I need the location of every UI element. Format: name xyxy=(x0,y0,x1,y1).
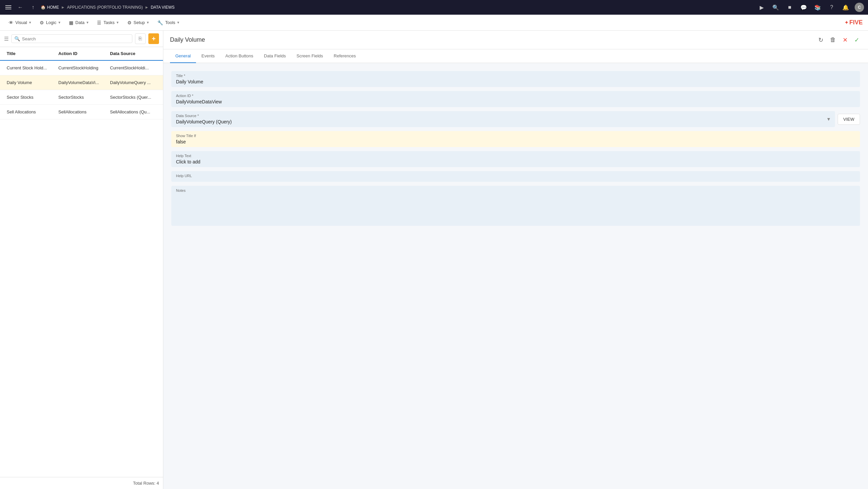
data-table: Title Action ID Data Source Current Stoc… xyxy=(0,47,163,477)
filter-icon[interactable]: ☰ xyxy=(4,36,9,42)
setup-menu[interactable]: ⚙ Setup ▼ xyxy=(124,18,153,27)
back-button[interactable]: ← xyxy=(16,2,25,12)
secondary-nav-left: 👁 Visual ▼ ⚙ Logic ▼ ▦ Data ▼ ☰ Tasks ▼ … xyxy=(5,18,183,27)
data-source-value: DailyVolumeQuery (Query) xyxy=(176,119,823,124)
help-button[interactable]: ? xyxy=(827,2,837,12)
hamburger-menu[interactable] xyxy=(4,4,13,11)
search-icon: 🔍 xyxy=(14,36,20,41)
add-button[interactable]: + xyxy=(148,33,159,44)
tasks-icon: ☰ xyxy=(97,20,101,25)
tab-action-buttons[interactable]: Action Buttons xyxy=(220,49,259,63)
row-0-action-id: CurrentStockHolding xyxy=(56,61,107,75)
up-button[interactable]: ↑ xyxy=(28,2,38,12)
title-value: Daily Volume xyxy=(176,79,855,84)
help-url-field[interactable]: Help URL xyxy=(171,171,860,182)
breadcrumb-sep-2: ► xyxy=(145,5,149,10)
book-button[interactable]: 📚 xyxy=(813,2,823,12)
table-row[interactable]: Sector Stocks SectorStocks SectorStocks … xyxy=(0,90,163,105)
logic-menu[interactable]: ⚙ Logic ▼ xyxy=(36,18,64,27)
tab-events[interactable]: Events xyxy=(196,49,220,63)
right-panel: Daily Volume ↻ 🗑 ✕ ✓ General Events Acti… xyxy=(163,31,868,489)
home-breadcrumb[interactable]: 🏠 HOME xyxy=(41,5,59,10)
logic-icon: ⚙ xyxy=(40,20,44,25)
tabs: General Events Action Buttons Data Field… xyxy=(163,49,868,63)
search-input[interactable] xyxy=(22,36,129,41)
tasks-menu[interactable]: ☰ Tasks ▼ xyxy=(94,18,122,27)
search-nav-button[interactable]: 🔍 xyxy=(771,2,781,12)
eye-icon: 👁 xyxy=(9,20,13,25)
row-3-data-source: SellAllocations (Qu... xyxy=(107,105,159,119)
delete-action-button[interactable]: 🗑 xyxy=(828,34,838,46)
breadcrumb-dataviews[interactable]: DATA VIEWS xyxy=(151,5,175,10)
tools-caret: ▼ xyxy=(177,21,180,24)
title-label: Title * xyxy=(176,74,855,78)
visual-menu[interactable]: 👁 Visual ▼ xyxy=(5,18,35,27)
table-row[interactable]: Current Stock Hold... CurrentStockHoldin… xyxy=(0,61,163,76)
dropdown-caret-icon: ▼ xyxy=(826,116,831,122)
notification-button[interactable]: 🔔 xyxy=(841,2,851,12)
data-source-dropdown[interactable]: Data Source * DailyVolumeQuery (Query) xyxy=(171,111,835,127)
notes-label: Notes xyxy=(176,189,855,193)
tools-menu[interactable]: 🔧 Tools ▼ xyxy=(154,18,183,27)
confirm-action-button[interactable]: ✓ xyxy=(852,34,861,46)
breadcrumb: 🏠 HOME ► APPLICATIONS (PORTFOLIO TRAININ… xyxy=(41,5,175,10)
show-title-if-field[interactable]: Show Title If false xyxy=(171,131,860,147)
play-button[interactable]: ▶ xyxy=(757,2,767,12)
col-header-data-source: Data Source xyxy=(107,47,159,60)
tab-data-fields[interactable]: Data Fields xyxy=(259,49,291,63)
notes-field[interactable]: Notes xyxy=(171,186,860,226)
five-logo: ✦ FIVE xyxy=(844,19,863,26)
tab-screen-fields[interactable]: Screen Fields xyxy=(291,49,328,63)
col-header-action-id: Action ID xyxy=(56,47,107,60)
tools-icon: 🔧 xyxy=(157,20,163,25)
data-menu[interactable]: ▦ Data ▼ xyxy=(66,18,92,27)
top-nav-left: ← ↑ 🏠 HOME ► APPLICATIONS (PORTFOLIO TRA… xyxy=(4,2,175,12)
action-id-field[interactable]: Action ID * DailyVolumeDataView xyxy=(171,91,860,107)
row-0-title: Current Stock Hold... xyxy=(4,61,56,75)
close-action-button[interactable]: ✕ xyxy=(841,34,850,46)
logic-caret: ▼ xyxy=(58,21,61,24)
stop-button[interactable]: ■ xyxy=(785,2,795,12)
action-id-value: DailyVolumeDataView xyxy=(176,99,855,105)
panel-actions: ↻ 🗑 ✕ ✓ xyxy=(816,34,861,46)
col-header-title: Title xyxy=(4,47,56,60)
avatar[interactable]: C xyxy=(855,3,864,12)
show-title-if-value: false xyxy=(176,139,855,144)
back-action-button[interactable]: ↻ xyxy=(816,34,825,46)
top-nav-right: ▶ 🔍 ■ 💬 📚 ? 🔔 C xyxy=(757,2,864,12)
setup-icon: ⚙ xyxy=(127,20,132,25)
row-0-data-source: CurrentStockHoldi... xyxy=(107,61,159,75)
panel-header: Daily Volume ↻ 🗑 ✕ ✓ xyxy=(163,31,868,49)
title-field[interactable]: Title * Daily Volume xyxy=(171,71,860,87)
data-source-row: Data Source * DailyVolumeQuery (Query) ▼… xyxy=(171,111,860,127)
table-footer: Total Rows: 4 xyxy=(0,477,163,489)
tab-references[interactable]: References xyxy=(328,49,361,63)
row-2-title: Sector Stocks xyxy=(4,90,56,105)
tab-general[interactable]: General xyxy=(170,49,196,63)
chat-button[interactable]: 💬 xyxy=(799,2,809,12)
view-button[interactable]: VIEW xyxy=(838,114,860,125)
five-logo-text: FIVE xyxy=(849,19,863,26)
row-3-action-id: SellAllocations xyxy=(56,105,107,119)
help-text-value: Click to add xyxy=(176,159,855,165)
row-2-data-source: SectorStocks (Quer... xyxy=(107,90,159,105)
help-text-field[interactable]: Help Text Click to add xyxy=(171,151,860,167)
copy-button[interactable]: ⎘ xyxy=(135,33,146,44)
table-row[interactable]: Daily Volume DailyVolumeDataVi... DailyV… xyxy=(0,76,163,90)
row-3-title: Sell Allocations xyxy=(4,105,56,119)
breadcrumb-applications[interactable]: APPLICATIONS (PORTFOLIO TRAINING) xyxy=(67,5,143,10)
table-row[interactable]: Sell Allocations SellAllocations SellAll… xyxy=(0,105,163,119)
data-icon: ▦ xyxy=(69,20,73,25)
data-caret: ▼ xyxy=(86,21,89,24)
row-1-title: Daily Volume xyxy=(4,76,56,90)
total-rows-label: Total Rows: 4 xyxy=(133,481,159,486)
help-url-label: Help URL xyxy=(176,174,855,178)
action-id-label: Action ID * xyxy=(176,94,855,98)
top-nav-bar: ← ↑ 🏠 HOME ► APPLICATIONS (PORTFOLIO TRA… xyxy=(0,0,868,15)
five-star-icon: ✦ xyxy=(844,19,849,26)
help-text-label: Help Text xyxy=(176,154,855,158)
table-header: Title Action ID Data Source xyxy=(0,47,163,61)
tasks-caret: ▼ xyxy=(116,21,119,24)
data-source-field[interactable]: Data Source * DailyVolumeQuery (Query) ▼ xyxy=(171,111,835,127)
sidebar: ☰ 🔍 ⎘ + Title Action ID Data Source Curr… xyxy=(0,31,163,489)
